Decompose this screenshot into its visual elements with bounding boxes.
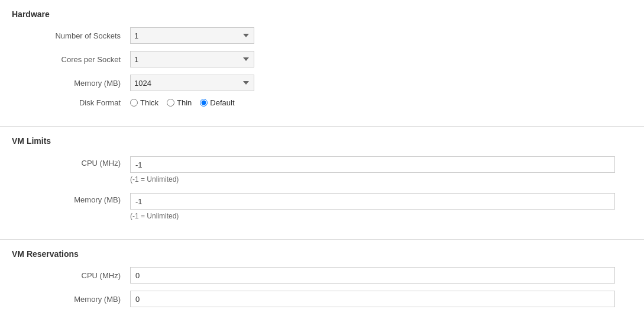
disk-format-default-label[interactable]: Default bbox=[210, 98, 234, 107]
disk-format-default-radio[interactable] bbox=[200, 99, 208, 107]
memory-reservations-control bbox=[130, 291, 615, 307]
cpu-limits-row: CPU (MHz) (-1 = Unlimited) bbox=[12, 154, 632, 184]
sockets-label: Number of Sockets bbox=[12, 31, 130, 40]
disk-format-thick-item[interactable]: Thick bbox=[130, 98, 158, 107]
memory-reservations-row: Memory (MB) bbox=[12, 291, 632, 307]
disk-format-thin-label[interactable]: Thin bbox=[177, 98, 192, 107]
disk-format-thin-radio[interactable] bbox=[167, 99, 174, 107]
memory-limits-input[interactable] bbox=[130, 193, 615, 210]
sockets-control: 1 2 4 8 bbox=[130, 27, 254, 44]
sockets-row: Number of Sockets 1 2 4 8 bbox=[12, 27, 632, 44]
vm-reservations-title: VM Reservations bbox=[12, 249, 632, 259]
memory-limits-label: Memory (MB) bbox=[12, 193, 130, 204]
memory-limits-row: Memory (MB) (-1 = Unlimited) bbox=[12, 191, 632, 220]
disk-format-label: Disk Format bbox=[12, 98, 130, 107]
cpu-reservations-label: CPU (MHz) bbox=[12, 271, 130, 280]
vm-reservations-section: VM Reservations CPU (MHz) Memory (MB) bbox=[0, 240, 644, 309]
memory-limits-control: (-1 = Unlimited) bbox=[130, 193, 615, 220]
memory-row: Memory (MB) 512 1024 2048 4096 bbox=[12, 75, 632, 91]
hardware-section: Hardware Number of Sockets 1 2 4 8 Cores… bbox=[0, 0, 644, 127]
cpu-limits-input[interactable] bbox=[130, 156, 615, 173]
memory-select[interactable]: 512 1024 2048 4096 bbox=[130, 75, 254, 91]
disk-format-default-item[interactable]: Default bbox=[200, 98, 234, 107]
disk-format-control: Thick Thin Default bbox=[130, 98, 235, 107]
cpu-limits-hint: (-1 = Unlimited) bbox=[130, 175, 615, 184]
vm-limits-section: VM Limits CPU (MHz) (-1 = Unlimited) Mem… bbox=[0, 127, 644, 240]
disk-format-thick-radio[interactable] bbox=[130, 99, 138, 107]
memory-control: 512 1024 2048 4096 bbox=[130, 75, 254, 91]
cores-row: Cores per Socket 1 2 4 8 bbox=[12, 51, 632, 67]
disk-format-row: Disk Format Thick Thin Default bbox=[12, 98, 632, 107]
cpu-reservations-input[interactable] bbox=[130, 267, 615, 284]
memory-reservations-label: Memory (MB) bbox=[12, 295, 130, 304]
memory-label: Memory (MB) bbox=[12, 79, 130, 88]
cores-control: 1 2 4 8 bbox=[130, 51, 254, 67]
vm-limits-title: VM Limits bbox=[12, 136, 632, 146]
cores-select[interactable]: 1 2 4 8 bbox=[130, 51, 254, 67]
disk-format-radio-group: Thick Thin Default bbox=[130, 98, 235, 107]
sockets-select[interactable]: 1 2 4 8 bbox=[130, 27, 254, 44]
disk-format-thick-label[interactable]: Thick bbox=[140, 98, 158, 107]
memory-reservations-input[interactable] bbox=[130, 291, 615, 307]
memory-limits-hint: (-1 = Unlimited) bbox=[130, 212, 615, 220]
cpu-limits-control: (-1 = Unlimited) bbox=[130, 156, 615, 184]
cpu-reservations-row: CPU (MHz) bbox=[12, 267, 632, 284]
hardware-title: Hardware bbox=[12, 9, 632, 19]
cpu-reservations-control bbox=[130, 267, 615, 284]
cores-label: Cores per Socket bbox=[12, 55, 130, 64]
cpu-limits-label: CPU (MHz) bbox=[12, 156, 130, 168]
disk-format-thin-item[interactable]: Thin bbox=[167, 98, 192, 107]
